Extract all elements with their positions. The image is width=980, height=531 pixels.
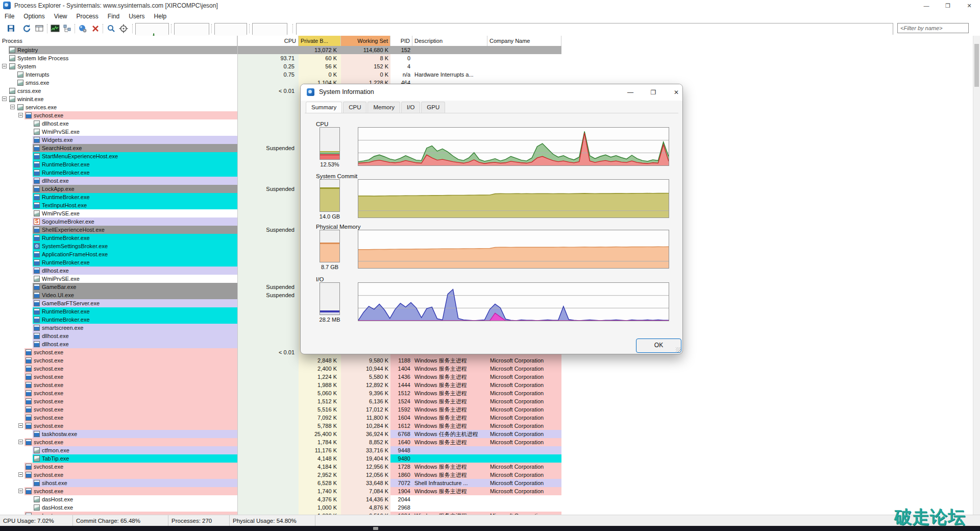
minimize-button[interactable]: —	[916, 0, 937, 11]
menu-users[interactable]: Users	[124, 11, 149, 20]
physical-memory-mini-graph[interactable]	[214, 23, 247, 35]
collapse-expander-icon[interactable]	[18, 489, 23, 493]
system-information-button[interactable]	[50, 23, 61, 34]
collapse-expander-icon[interactable]	[2, 96, 7, 101]
filter-by-name-input[interactable]	[897, 23, 969, 33]
process-row[interactable]: dasHost.exe4,376 K14,436 K2044	[0, 495, 980, 503]
find-button[interactable]	[106, 23, 117, 34]
process-row[interactable]: svchost.exe1,988 K12,892 K1444Windows 服务…	[0, 381, 980, 389]
menu-find[interactable]: Find	[103, 11, 124, 20]
process-row[interactable]: taskhostw.exe25,400 K36,924 K6768Windows…	[0, 430, 980, 438]
process-row[interactable]: System0.2556 K152 K4	[0, 62, 980, 70]
taskbar-app-icon[interactable]	[373, 527, 378, 530]
save-button[interactable]	[6, 23, 17, 34]
columns-button[interactable]	[34, 23, 45, 34]
collapse-expander-icon[interactable]	[18, 472, 23, 477]
tree-divider[interactable]	[237, 36, 238, 515]
column-header-cpu[interactable]: CPU	[237, 36, 299, 46]
properties-button[interactable]	[78, 23, 89, 34]
menu-view[interactable]: View	[50, 11, 72, 20]
collapse-expander-icon[interactable]	[18, 440, 23, 444]
process-row[interactable]: svchost.exe5,060 K9,396 K1512Windows 服务主…	[0, 389, 980, 397]
column-header-working-set[interactable]: Working Set	[341, 36, 390, 46]
cpu-value	[237, 307, 295, 316]
cpu-value	[237, 234, 295, 242]
column-header-private-bytes[interactable]: Private B...	[299, 36, 341, 46]
private-bytes-value: 2,848 K	[299, 356, 337, 365]
close-button[interactable]: ✕	[959, 0, 980, 11]
io-history-graph[interactable]	[296, 23, 893, 35]
process-row[interactable]: svchost.exe2,952 K12,056 K1860Windows 服务…	[0, 471, 980, 479]
description-value	[414, 495, 486, 503]
process-row[interactable]: svchost.exe4,184 K12,956 K1728Windows 服务…	[0, 463, 980, 471]
kill-process-button[interactable]	[90, 23, 102, 34]
process-row[interactable]: svchost.exe5,516 K17,012 K1592Windows 服务…	[0, 405, 980, 414]
process-icon	[26, 349, 32, 355]
vertical-scrollbar[interactable]	[973, 36, 980, 515]
working-set-value: 11,800 K	[341, 414, 388, 422]
process-icon	[34, 227, 40, 233]
menu-options[interactable]: Options	[19, 11, 49, 20]
working-set-value: 8 K	[341, 54, 388, 62]
process-row[interactable]: TabTip.exe4,148 K19,404 K9480	[0, 454, 980, 463]
process-row[interactable]: svchost.exe1,512 K6,136 K1524Windows 服务主…	[0, 397, 980, 405]
pid-value: n/a	[390, 70, 410, 79]
resize-grip-icon[interactable]	[676, 347, 681, 352]
description-value: Windows 服务主进程	[414, 381, 486, 389]
process-icon	[34, 202, 40, 208]
description-value: Hardware Interrupts a...	[414, 70, 486, 79]
cpu-value	[237, 218, 295, 226]
process-row[interactable]: Interrupts0.750 K0 Kn/aHardware Interrup…	[0, 70, 980, 79]
commit-history-mini-graph[interactable]	[174, 23, 209, 35]
process-tree-button[interactable]	[62, 23, 74, 34]
process-row[interactable]: svchost.exe1,784 K8,852 K1640Windows 服务主…	[0, 438, 980, 446]
working-set-value: 5,580 K	[341, 373, 388, 381]
process-icon	[26, 472, 32, 478]
menu-file[interactable]: File	[0, 11, 19, 20]
process-row[interactable]: System Idle Process93.7160 K8 K0	[0, 54, 980, 62]
process-icon	[26, 366, 32, 372]
cpu-value	[237, 128, 295, 136]
column-header-process[interactable]: Process	[0, 36, 237, 46]
process-row[interactable]: ctfmon.exe11,176 K33,716 K9448	[0, 446, 980, 454]
process-icon	[34, 235, 40, 241]
menu-process[interactable]: Process	[72, 11, 103, 20]
process-icon	[34, 284, 40, 290]
column-header-company[interactable]: Company Name	[487, 36, 561, 46]
process-row[interactable]: svchost.exe7,092 K11,800 K1604Windows 服务…	[0, 414, 980, 422]
find-window-target-icon[interactable]	[118, 23, 130, 34]
process-row[interactable]: Registry13,072 K114,680 K152	[0, 46, 980, 54]
process-row[interactable]: svchost.exe1,224 K5,580 K1436Windows 服务主…	[0, 373, 980, 381]
collapse-expander-icon[interactable]	[10, 105, 15, 109]
column-header-pid[interactable]: PID	[390, 36, 412, 46]
collapse-expander-icon[interactable]	[18, 423, 23, 428]
process-row[interactable]: sihost.exe6,528 K33,648 K7072Shell Infra…	[0, 479, 980, 487]
process-row[interactable]: dasHost.exe1,000 K4,876 K2968	[0, 503, 980, 512]
description-value	[414, 46, 486, 54]
process-icon	[34, 137, 40, 143]
process-row[interactable]: svchost.exe2,400 K10,944 K1404Windows 服务…	[0, 365, 980, 373]
cpu-usage-mini-graph[interactable]	[135, 23, 169, 35]
collapse-expander-icon[interactable]	[18, 113, 23, 117]
pid-value: 1612	[390, 422, 410, 430]
process-row[interactable]: svchost.exe2,848 K9,580 K1188Windows 服务主…	[0, 356, 980, 365]
maximize-button[interactable]: ❐	[937, 0, 959, 11]
process-icon	[34, 120, 40, 127]
ok-button[interactable]: OK	[636, 339, 681, 353]
cpu-value	[237, 136, 295, 144]
process-icon	[26, 382, 32, 388]
description-value: Windows 服务主进程	[414, 389, 486, 397]
collapse-expander-icon[interactable]	[2, 64, 7, 68]
refresh-button[interactable]	[22, 23, 33, 34]
gpu-mini-graph[interactable]	[252, 23, 287, 35]
column-header-description[interactable]: Description	[412, 36, 487, 46]
scrollbar-thumb[interactable]	[974, 44, 979, 87]
process-row[interactable]: svchost.exe1,740 K7,084 K1904Windows 服务主…	[0, 487, 980, 495]
process-icon	[26, 398, 32, 404]
process-row[interactable]: svchost.exe5,788 K10,284 K1612Windows 服务…	[0, 422, 980, 430]
company-value	[490, 70, 560, 79]
process-icon	[34, 178, 40, 184]
process-icon	[34, 170, 40, 176]
menu-help[interactable]: Help	[150, 11, 172, 20]
cpu-value	[237, 193, 295, 201]
